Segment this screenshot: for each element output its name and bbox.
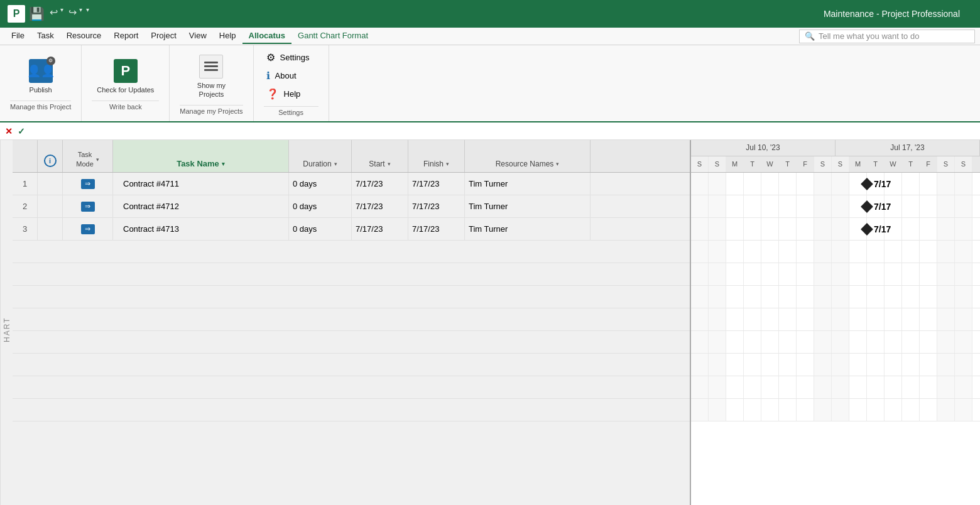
gantt-day-bg-cell xyxy=(867,376,885,398)
save-button[interactable]: 💾 xyxy=(29,6,45,21)
start-cell[interactable]: 7/17/23 xyxy=(352,218,408,240)
gantt-day-bg-cell xyxy=(814,173,832,195)
gantt-day-bg-cell xyxy=(832,399,849,421)
duration-cell[interactable]: 0 days xyxy=(289,195,352,217)
show-projects-button[interactable]: Show myProjects xyxy=(192,52,231,102)
gantt-day-bg-cell xyxy=(814,263,832,285)
gantt-day-row: SSMTWTFSSMTWTFSS xyxy=(691,156,980,172)
finish-cell[interactable]: 7/17/23 xyxy=(408,218,465,240)
gantt-day-bg-cell xyxy=(744,354,761,376)
gantt-day-cell: T xyxy=(867,156,885,172)
gantt-day-bg-cell xyxy=(832,173,849,195)
formula-input[interactable] xyxy=(30,126,975,136)
gantt-day-bg-cell xyxy=(744,195,761,217)
gantt-day-bg-cell xyxy=(832,354,849,376)
gantt-day-bg-cell xyxy=(902,218,920,240)
finish-cell[interactable]: 7/17/23 xyxy=(408,195,465,217)
task-name-cell[interactable]: Contract #4712 xyxy=(113,195,289,217)
resource-header: Resource Names ▾ xyxy=(465,140,591,172)
info-icon: i xyxy=(44,155,57,167)
publish-group-label: Manage this Project xyxy=(10,100,71,111)
formula-confirm-button[interactable]: ✓ xyxy=(18,126,25,136)
gantt-day-bg-cell xyxy=(797,241,814,263)
gantt-empty-row xyxy=(691,263,980,286)
gantt-day-bg-cell xyxy=(761,376,779,398)
gantt-day-cell: W xyxy=(761,156,779,172)
gantt-day-bg-cell xyxy=(744,331,761,353)
duration-dropdown-icon[interactable]: ▾ xyxy=(334,161,337,167)
check-updates-button[interactable]: P Check for Updates xyxy=(92,56,159,97)
main-content: HART i TaskMode ▾ Task Name ▾ xyxy=(0,140,980,505)
table-row[interactable]: 1 ⇒ Contract #4711 0 days 7/17/23 7/17/2… xyxy=(13,173,690,195)
task-mode-dropdown-icon[interactable]: ▾ xyxy=(96,156,99,163)
start-dropdown-icon[interactable]: ▾ xyxy=(388,161,391,167)
resource-cell[interactable]: Tim Turner xyxy=(465,195,591,217)
publish-user-icon: 👤 xyxy=(41,64,55,78)
menu-gantt-format[interactable]: Gantt Chart Format xyxy=(291,28,374,44)
start-cell[interactable]: 7/17/23 xyxy=(352,195,408,217)
title-bar-controls[interactable]: 💾 ↩ ▾ ↪ ▾ ▾ xyxy=(29,6,89,21)
resource-cell[interactable]: Tim Turner xyxy=(465,173,591,195)
task-name-cell[interactable]: Contract #4713 xyxy=(113,218,289,240)
menu-file[interactable]: File xyxy=(5,28,31,44)
gantt-day-bg-cell xyxy=(709,241,726,263)
duration-cell[interactable]: 0 days xyxy=(289,173,352,195)
task-name-dropdown-icon[interactable]: ▾ xyxy=(222,161,225,167)
gantt-day-bg-cell xyxy=(885,286,902,308)
menu-view[interactable]: View xyxy=(183,28,213,44)
menu-report[interactable]: Report xyxy=(107,28,144,44)
projects-group-label: Manage my Projects xyxy=(180,105,242,115)
menu-task[interactable]: Task xyxy=(31,28,60,44)
formula-cancel-button[interactable]: ✕ xyxy=(5,126,13,136)
gantt-day-bg-cell xyxy=(779,331,797,353)
resource-dropdown-icon[interactable]: ▾ xyxy=(556,161,559,167)
about-label: About xyxy=(275,71,297,80)
start-cell[interactable]: 7/17/23 xyxy=(352,173,408,195)
column-headers: i TaskMode ▾ Task Name ▾ Duration ▾ xyxy=(13,140,690,173)
gantt-day-bg-cell xyxy=(902,376,920,398)
gantt-day-bg-cell xyxy=(867,308,885,330)
gantt-day-bg-cell xyxy=(920,263,937,285)
publish-button[interactable]: 👤 ⚙ Publish xyxy=(23,56,58,97)
task-mode-label: TaskMode xyxy=(76,150,94,168)
search-bar[interactable]: 🔍 Tell me what you want to do xyxy=(799,30,975,43)
help-button[interactable]: ❓ Help xyxy=(264,87,318,101)
gantt-day-bg-cell xyxy=(867,399,885,421)
gantt-day-bg-cell xyxy=(955,286,972,308)
about-button[interactable]: ℹ About xyxy=(264,68,318,83)
milestone-diamond-icon xyxy=(861,223,873,236)
gantt-day-bg-cell xyxy=(744,241,761,263)
task-name-header: Task Name ▾ xyxy=(113,140,289,172)
quick-access-dropdown[interactable]: ▾ xyxy=(86,6,89,21)
gantt-day-bg-cell xyxy=(797,331,814,353)
task-name-cell[interactable]: Contract #4711 xyxy=(113,173,289,195)
gantt-day-bg-cell xyxy=(902,286,920,308)
finish-dropdown-icon[interactable]: ▾ xyxy=(446,161,449,167)
menu-project[interactable]: Project xyxy=(144,28,182,44)
undo-button[interactable]: ↩ xyxy=(50,6,58,21)
menu-allocatus[interactable]: Allocatus xyxy=(242,28,292,44)
info-cell xyxy=(38,173,63,195)
duration-cell[interactable]: 0 days xyxy=(289,218,352,240)
title-bar: P 💾 ↩ ▾ ↪ ▾ ▾ Maintenance - Project Prof… xyxy=(0,0,980,28)
gantt-day-bg-cell xyxy=(902,331,920,353)
gantt-day-bg-cell xyxy=(726,241,744,263)
table-row[interactable]: 2 ⇒ Contract #4712 0 days 7/17/23 7/17/2… xyxy=(13,195,690,218)
gantt-day-bg-cell xyxy=(761,286,779,308)
gantt-day-cell: F xyxy=(797,156,814,172)
gantt-day-bg-cell xyxy=(920,376,937,398)
gantt-day-cell: T xyxy=(902,156,920,172)
redo-button[interactable]: ↪ xyxy=(68,6,77,21)
undo-dropdown[interactable]: ▾ xyxy=(60,6,63,21)
redo-dropdown[interactable]: ▾ xyxy=(79,6,82,21)
settings-button[interactable]: ⚙ Settings xyxy=(264,50,318,65)
gantt-day-bg-cell xyxy=(867,241,885,263)
gantt-day-bg-cell xyxy=(691,399,709,421)
finish-cell[interactable]: 7/17/23 xyxy=(408,173,465,195)
table-row[interactable]: 3 ⇒ Contract #4713 0 days 7/17/23 7/17/2… xyxy=(13,218,690,241)
gantt-day-bg-cell xyxy=(797,263,814,285)
gantt-day-bg-cell xyxy=(902,195,920,217)
menu-help[interactable]: Help xyxy=(213,28,242,44)
menu-resource[interactable]: Resource xyxy=(60,28,108,44)
resource-cell[interactable]: Tim Turner xyxy=(465,218,591,240)
